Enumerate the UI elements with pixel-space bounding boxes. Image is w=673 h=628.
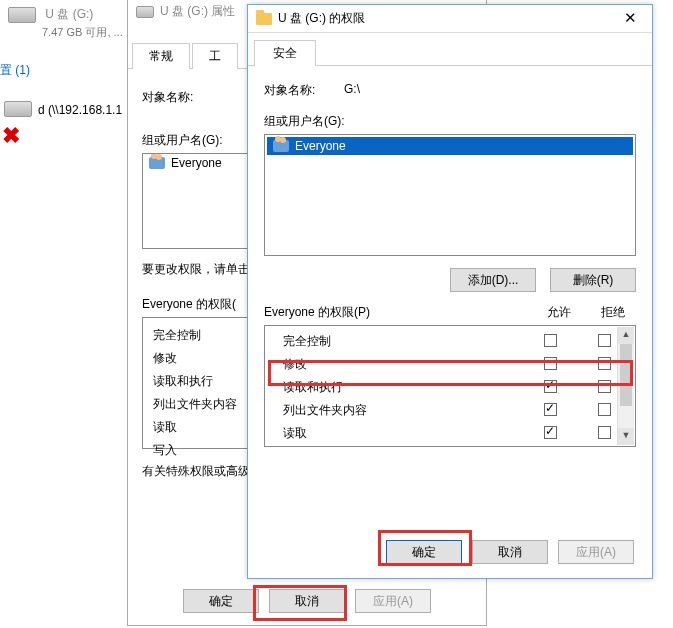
deny-checkbox[interactable] xyxy=(598,334,611,347)
tab-general[interactable]: 常规 xyxy=(132,43,190,69)
add-button[interactable]: 添加(D)... xyxy=(450,268,536,292)
ok-button[interactable]: 确定 xyxy=(386,540,462,564)
cancel-button[interactable]: 取消 xyxy=(472,540,548,564)
close-button[interactable]: ✕ xyxy=(610,5,650,33)
permissions-table: 完全控制修改读取和执行列出文件夹内容读取 ▲ ▼ xyxy=(264,325,636,447)
deny-checkbox[interactable] xyxy=(598,380,611,393)
drive-label[interactable]: U 盘 (G:) xyxy=(45,7,93,21)
permissions-title: U 盘 (G:) 的权限 xyxy=(278,10,610,27)
deny-checkbox[interactable] xyxy=(598,357,611,370)
object-name-value: G:\ xyxy=(344,82,360,99)
perm-header: Everyone 的权限(P) xyxy=(264,304,528,321)
users-listbox[interactable]: Everyone xyxy=(264,134,636,256)
allow-checkbox[interactable] xyxy=(544,426,557,439)
perm-name: 修改 xyxy=(283,356,519,373)
perm-name: 读取和执行 xyxy=(283,379,519,396)
drive-icon xyxy=(8,7,36,23)
deny-checkbox[interactable] xyxy=(598,426,611,439)
tab-tools[interactable]: 工 xyxy=(192,43,238,69)
perm-name: 列出文件夹内容 xyxy=(283,402,519,419)
users-icon xyxy=(273,140,289,152)
perm-name: 完全控制 xyxy=(283,333,519,350)
users-icon xyxy=(149,157,165,169)
scroll-thumb[interactable] xyxy=(620,344,632,406)
allow-checkbox[interactable] xyxy=(544,357,557,370)
object-name-label: 对象名称: xyxy=(264,82,344,99)
allow-checkbox[interactable] xyxy=(544,403,557,416)
allow-checkbox[interactable] xyxy=(544,334,557,347)
permissions-window: U 盘 (G:) 的权限 ✕ 安全 对象名称: G:\ 组或用户名(G): Ev… xyxy=(247,4,653,579)
scroll-down-icon[interactable]: ▼ xyxy=(618,428,634,445)
perm-row: 列出文件夹内容 xyxy=(265,399,635,422)
group-user-label: 组或用户名(G): xyxy=(264,113,636,130)
ok-button[interactable]: 确定 xyxy=(183,589,259,613)
col-deny-header: 拒绝 xyxy=(590,304,636,321)
network-drive-icon xyxy=(4,101,32,117)
scroll-up-icon[interactable]: ▲ xyxy=(618,327,634,344)
perm-row: 读取和执行 xyxy=(265,376,635,399)
deny-checkbox[interactable] xyxy=(598,403,611,416)
list-item-selected[interactable]: Everyone xyxy=(267,137,633,155)
perm-row: 读取 xyxy=(265,422,635,445)
user-everyone: Everyone xyxy=(171,156,222,170)
apply-button: 应用(A) xyxy=(355,589,431,613)
tab-security[interactable]: 安全 xyxy=(254,40,316,66)
perm-row: 修改 xyxy=(265,353,635,376)
user-everyone: Everyone xyxy=(295,139,346,153)
folder-icon xyxy=(256,13,272,25)
col-allow-header: 允许 xyxy=(528,304,590,321)
cancel-button[interactable]: 取消 xyxy=(269,589,345,613)
drive-icon xyxy=(136,6,154,18)
apply-button: 应用(A) xyxy=(558,540,634,564)
perm-name: 读取 xyxy=(283,425,519,442)
error-x-icon: ✖ xyxy=(2,123,32,149)
perm-row: 完全控制 xyxy=(265,330,635,353)
remove-button[interactable]: 删除(R) xyxy=(550,268,636,292)
properties-title: U 盘 (G:) 属性 xyxy=(160,3,235,20)
allow-checkbox[interactable] xyxy=(544,380,557,393)
network-drive-label[interactable]: d (\\192.168.1.1 xyxy=(38,103,122,117)
scrollbar[interactable]: ▲ ▼ xyxy=(617,327,634,445)
